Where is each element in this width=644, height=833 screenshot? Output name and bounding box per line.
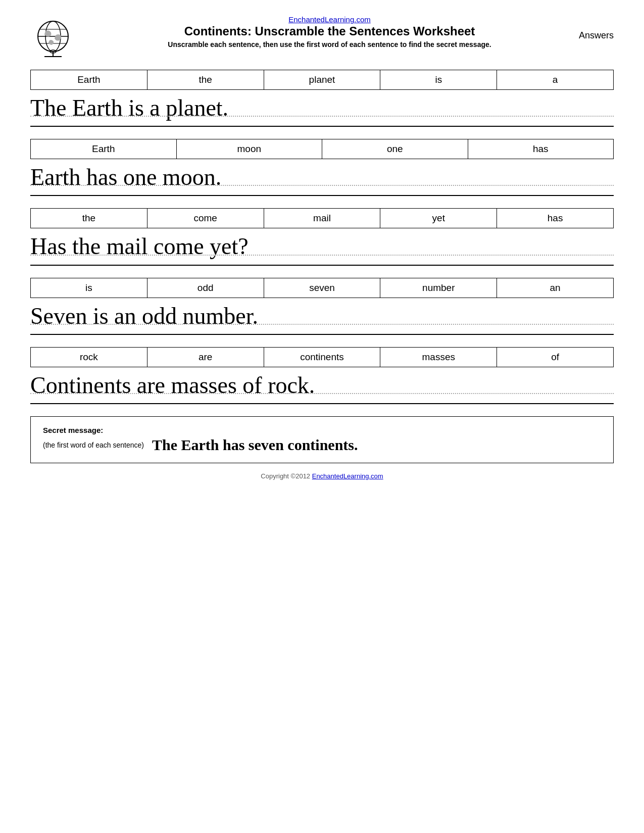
header-center: EnchantedLearning.com Continents: Unscra… bbox=[86, 15, 573, 48]
word-cell: odd bbox=[147, 278, 264, 298]
word-box-5: rock are continents masses of bbox=[30, 347, 614, 367]
word-cell: continents bbox=[264, 348, 381, 367]
word-cell: is bbox=[31, 278, 147, 298]
answer-display-3: Has the mail come yet? bbox=[30, 232, 614, 265]
answers-label: Answers bbox=[579, 15, 614, 41]
globe-icon bbox=[30, 15, 76, 61]
word-cell: is bbox=[380, 70, 497, 89]
answer-display-5: Continents are masses of rock. bbox=[30, 371, 614, 404]
word-cell: seven bbox=[264, 278, 381, 298]
word-box-2: Earth moon one has bbox=[30, 139, 614, 159]
word-cell: rock bbox=[31, 348, 147, 367]
secret-message-box: Secret message: (the first word of each … bbox=[30, 416, 614, 463]
answer-display-2: Earth has one moon. bbox=[30, 163, 614, 196]
word-cell: number bbox=[380, 278, 497, 298]
copyright-text: Copyright bbox=[261, 472, 289, 480]
word-cell: masses bbox=[380, 348, 497, 367]
word-cell: come bbox=[147, 209, 264, 228]
site-link[interactable]: EnchantedLearning.com bbox=[288, 15, 371, 24]
sentence-section-5: rock are continents masses of Continents… bbox=[30, 347, 614, 404]
sentence-section-1: Earth the planet is a The Earth is a pla… bbox=[30, 70, 614, 127]
footer-site-link[interactable]: EnchantedLearning.com bbox=[312, 472, 383, 480]
word-cell: planet bbox=[264, 70, 381, 89]
page-header: EnchantedLearning.com Continents: Unscra… bbox=[30, 15, 614, 61]
answer-display-4: Seven is an odd number. bbox=[30, 302, 614, 335]
word-cell: Earth bbox=[31, 70, 147, 89]
word-cell: an bbox=[497, 278, 613, 298]
secret-content: (the first word of each sentence) The Ea… bbox=[43, 436, 601, 454]
sentence-section-2: Earth moon one has Earth has one moon. bbox=[30, 139, 614, 196]
worksheet-title: Continents: Unscramble the Sentences Wor… bbox=[86, 24, 573, 38]
word-box-3: the come mail yet has bbox=[30, 208, 614, 228]
secret-hint: (the first word of each sentence) bbox=[43, 441, 144, 449]
word-cell: Earth bbox=[31, 139, 177, 159]
word-cell: one bbox=[322, 139, 468, 159]
word-cell: of bbox=[497, 348, 613, 367]
word-cell: moon bbox=[177, 139, 323, 159]
word-cell: are bbox=[147, 348, 264, 367]
word-cell: the bbox=[147, 70, 264, 89]
sentence-section-3: the come mail yet has Has the mail come … bbox=[30, 208, 614, 265]
word-cell: yet bbox=[380, 209, 497, 228]
word-box-1: Earth the planet is a bbox=[30, 70, 614, 90]
header-right: Answers bbox=[573, 15, 614, 41]
secret-message: The Earth has seven continents. bbox=[152, 436, 358, 454]
secret-label: Secret message: bbox=[43, 426, 601, 434]
answer-display-1: The Earth is a planet. bbox=[30, 94, 614, 127]
word-cell: has bbox=[468, 139, 614, 159]
page-footer: Copyright ©2012 EnchantedLearning.com bbox=[30, 472, 614, 480]
word-cell: the bbox=[31, 209, 147, 228]
word-cell: a bbox=[497, 70, 613, 89]
copyright-year: ©2012 bbox=[291, 472, 311, 480]
word-cell: has bbox=[497, 209, 613, 228]
word-cell: mail bbox=[264, 209, 381, 228]
worksheet-subtitle: Unscramble each sentence, then use the f… bbox=[86, 40, 573, 48]
word-box-4: is odd seven number an bbox=[30, 278, 614, 298]
sentence-section-4: is odd seven number an Seven is an odd n… bbox=[30, 278, 614, 335]
